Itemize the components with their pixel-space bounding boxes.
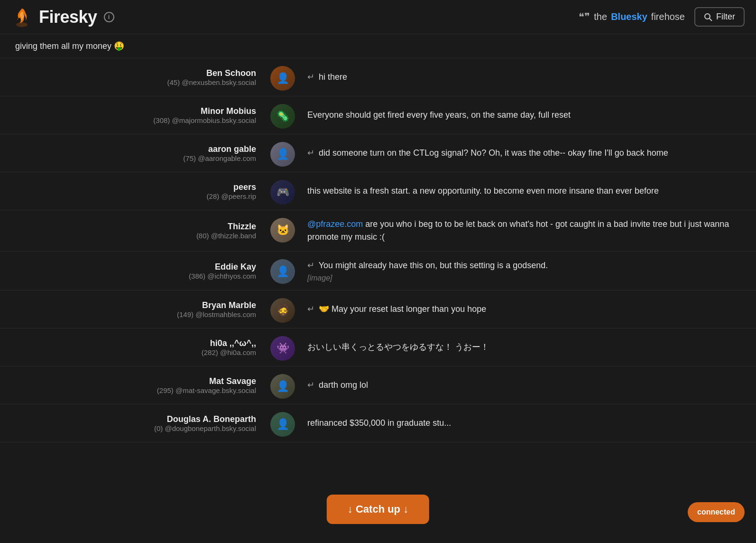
user-col: Eddie Kay(386) @ichthyos.com (0, 252, 266, 290)
catchup-label: ↓ Catch up ↓ (348, 503, 408, 515)
user-name[interactable]: Minor Mobius (201, 106, 256, 116)
app-header: Firesky i ❝❞ the Bluesky firehose Filter (0, 0, 756, 34)
reply-indicator: ↵ (307, 304, 314, 314)
user-handle: (45) @nexusben.bsky.social (167, 78, 256, 86)
avatar-col: 🎮 (266, 172, 300, 210)
mention-link[interactable]: @pfrazee.com (307, 219, 363, 229)
avatar[interactable]: 👤 (270, 66, 295, 91)
avatar[interactable]: 👤 (270, 259, 295, 284)
table-row: Mat Savage(295) @mat-savage.bsky.social👤… (0, 366, 756, 404)
table-row: Ben Schoon(45) @nexusben.bsky.social👤↵ h… (0, 58, 756, 96)
user-col: hi0a ,,^ω^,,(282) @hi0a.com (0, 328, 266, 366)
user-handle: (75) @aarongable.com (183, 154, 256, 162)
svg-point-0 (16, 22, 28, 27)
avatar-col: 🧔 (266, 290, 300, 328)
content-col: refinanced $350,000 in graduate stu... (300, 404, 756, 442)
content-col: おいしい串くっとるやつをゆるすな！ うおー！ (300, 328, 756, 366)
table-row: Minor Mobius(308) @majormobius.bsky.soci… (0, 96, 756, 134)
user-col: Bryan Marble(149) @lostmahbles.com (0, 290, 266, 328)
user-name[interactable]: Mat Savage (209, 376, 256, 386)
user-col: aaron gable(75) @aarongable.com (0, 134, 266, 172)
user-name[interactable]: Thizzle (228, 222, 256, 232)
content-col: ↵ darth omg lol (300, 366, 756, 404)
user-name[interactable]: hi0a ,,^ω^,, (210, 338, 256, 348)
user-col: Ben Schoon(45) @nexusben.bsky.social (0, 58, 266, 96)
table-row: aaron gable(75) @aarongable.com👤↵ did so… (0, 134, 756, 172)
avatar-col: 🐱 (266, 210, 300, 251)
post-text: ↵ You might already have this on, but th… (307, 259, 741, 272)
post-text: おいしい串くっとるやつをゆるすな！ うおー！ (307, 341, 741, 354)
reply-indicator: ↵ (307, 380, 314, 390)
table-row: peers(28) @peers.rip🎮this website is a f… (0, 172, 756, 210)
avatar[interactable]: 🧔 (270, 298, 295, 323)
avatar[interactable]: 🐱 (270, 218, 295, 243)
avatar-col: 🦠 (266, 96, 300, 134)
post-text: refinanced $350,000 in graduate stu... (307, 417, 741, 430)
content-col: ↵ hi there (300, 58, 756, 96)
avatar[interactable]: 👤 (270, 412, 295, 437)
content-col: ↵ 🤝 May your reset last longer than you … (300, 290, 756, 328)
content-col: ↵ You might already have this on, but th… (300, 252, 756, 290)
user-handle: (386) @ichthyos.com (189, 272, 256, 280)
reply-indicator: ↵ (307, 261, 314, 270)
user-handle: (80) @thizzle.band (196, 232, 256, 240)
info-icon[interactable]: i (104, 12, 114, 22)
post-text: ↵ darth omg lol (307, 379, 741, 392)
content-col: Everyone should get fired every five yea… (300, 96, 756, 134)
top-partial-post: giving them all my money 🤑 (0, 34, 756, 58)
avatar[interactable]: 👾 (270, 336, 295, 361)
user-name[interactable]: peers (233, 182, 256, 192)
avatar-col: 👤 (266, 58, 300, 96)
user-handle: (295) @mat-savage.bsky.social (157, 386, 256, 394)
user-col: Mat Savage(295) @mat-savage.bsky.social (0, 366, 266, 404)
avatar-col: 👤 (266, 366, 300, 404)
user-name[interactable]: Ben Schoon (206, 68, 256, 78)
avatar[interactable]: 🎮 (270, 180, 295, 205)
catchup-button[interactable]: ↓ Catch up ↓ (327, 495, 429, 524)
user-name[interactable]: aaron gable (208, 144, 256, 154)
header-left: Firesky i (11, 7, 114, 28)
app-title: Firesky (39, 7, 97, 27)
avatar[interactable]: 👤 (270, 374, 295, 399)
avatar-col: 👤 (266, 404, 300, 442)
content-col: @pfrazee.com are you who i beg to to be … (300, 210, 756, 251)
post-text: ↵ hi there (307, 71, 741, 84)
firesky-logo-icon (11, 7, 32, 28)
post-text: ↵ 🤝 May your reset last longer than you … (307, 303, 741, 316)
connected-label: connected (697, 508, 735, 516)
table-row: Bryan Marble(149) @lostmahbles.com🧔↵ 🤝 M… (0, 290, 756, 328)
bluesky-link[interactable]: Bluesky (611, 11, 647, 22)
content-col: this website is a fresh start. a new opp… (300, 172, 756, 210)
svg-point-1 (705, 14, 710, 19)
content-col: ↵ did someone turn on the CTLog signal? … (300, 134, 756, 172)
avatar-col: 👤 (266, 134, 300, 172)
feed-list: Ben Schoon(45) @nexusben.bsky.social👤↵ h… (0, 58, 756, 442)
user-name[interactable]: Douglas A. Boneparth (167, 414, 256, 424)
avatar[interactable]: 🦠 (270, 104, 295, 129)
quote-marks-icon: ❝❞ (579, 11, 590, 23)
user-handle: (149) @lostmahbles.com (177, 310, 256, 318)
connected-badge: connected (688, 502, 745, 522)
search-icon (704, 13, 712, 21)
post-text: ↵ did someone turn on the CTLog signal? … (307, 147, 741, 159)
top-partial-text: giving them all my money 🤑 (15, 41, 124, 51)
filter-button[interactable]: Filter (694, 7, 745, 27)
post-text: this website is a fresh start. a new opp… (307, 185, 741, 197)
user-handle: (308) @majormobius.bsky.social (153, 116, 256, 124)
reply-indicator: ↵ (307, 72, 314, 82)
user-col: Douglas A. Boneparth(0) @dougboneparth.b… (0, 404, 266, 442)
user-col: peers(28) @peers.rip (0, 172, 266, 210)
table-row: Douglas A. Boneparth(0) @dougboneparth.b… (0, 404, 756, 442)
user-name[interactable]: Eddie Kay (215, 262, 256, 272)
image-placeholder: [image] (307, 274, 741, 282)
user-col: Minor Mobius(308) @majormobius.bsky.soci… (0, 96, 266, 134)
user-handle: (282) @hi0a.com (202, 348, 256, 356)
user-col: Thizzle(80) @thizzle.band (0, 210, 266, 251)
avatar-col: 👾 (266, 328, 300, 366)
table-row: Thizzle(80) @thizzle.band🐱@pfrazee.com a… (0, 210, 756, 252)
post-text: @pfrazee.com are you who i beg to to be … (307, 218, 741, 243)
avatar[interactable]: 👤 (270, 142, 295, 167)
reply-indicator: ↵ (307, 148, 314, 158)
user-name[interactable]: Bryan Marble (202, 300, 256, 310)
filter-label: Filter (716, 12, 735, 22)
